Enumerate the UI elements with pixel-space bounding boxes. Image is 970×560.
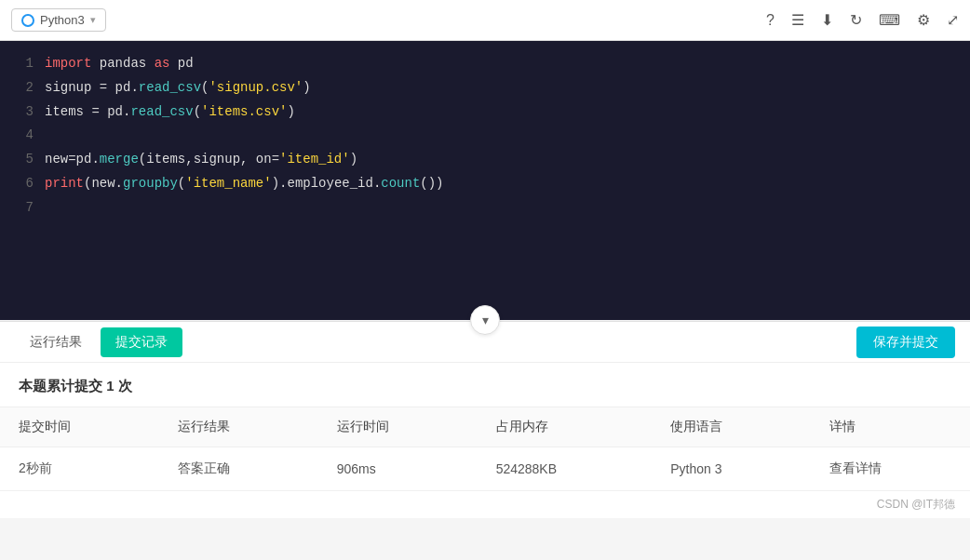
- code-line: 6print(new.groupby('item_name').employee…: [0, 172, 970, 196]
- cell-result: 答案正确: [159, 447, 318, 491]
- results-table: 提交时间运行结果运行时间占用内存使用语言详情 2秒前答案正确906ms52428…: [0, 407, 970, 491]
- line-content: print(new.groupby('item_name').employee_…: [45, 173, 444, 195]
- settings-icon[interactable]: ⚙: [917, 11, 930, 29]
- line-content: items = pd.read_csv('items.csv'): [45, 101, 295, 124]
- chevron-down-icon: ▾: [482, 313, 489, 327]
- code-token: 'item_id': [279, 152, 350, 167]
- code-line: 3items = pd.read_csv('items.csv'): [0, 100, 970, 125]
- tab-run-result[interactable]: 运行结果: [15, 327, 97, 357]
- code-token: ).employee_id.: [272, 176, 382, 191]
- table-header: 运行结果: [159, 407, 318, 447]
- code-token: 'item_name': [185, 176, 271, 191]
- cell-runtime: 906ms: [318, 447, 478, 491]
- help-icon[interactable]: ?: [766, 12, 775, 29]
- refresh-icon[interactable]: ↻: [850, 11, 862, 29]
- code-token: merge: [100, 152, 139, 167]
- code-token: count: [381, 176, 420, 191]
- list-icon[interactable]: ☰: [791, 11, 804, 29]
- code-token: print: [45, 176, 84, 191]
- code-token: groupby: [123, 176, 178, 191]
- expand-icon[interactable]: ⤢: [947, 11, 959, 29]
- download-icon[interactable]: ⬇: [821, 11, 833, 29]
- line-number: 3: [15, 101, 34, 124]
- table-header: 使用语言: [652, 407, 811, 447]
- tab-submit-history[interactable]: 提交记录: [101, 327, 182, 357]
- bottom-panel: 运行结果 提交记录 保存并提交 本题累计提交 1 次 提交时间运行结果运行时间占…: [0, 321, 970, 518]
- line-number: 7: [15, 197, 34, 220]
- collapse-button[interactable]: ▾: [470, 305, 500, 335]
- line-content: new=pd.merge(items,signup, on='item_id'): [45, 149, 357, 171]
- cell-detail[interactable]: 查看详情: [811, 447, 970, 491]
- code-token: read_csv: [130, 104, 193, 119]
- cell-memory: 524288KB: [478, 447, 653, 491]
- code-token: ()): [420, 176, 443, 191]
- line-number: 5: [15, 149, 34, 171]
- line-content: signup = pd.read_csv('signup.csv'): [45, 77, 311, 100]
- line-number: 6: [15, 173, 34, 195]
- save-submit-button[interactable]: 保存并提交: [856, 327, 955, 358]
- line-number: 4: [15, 125, 34, 147]
- code-line: 7: [0, 196, 970, 220]
- line-number: 1: [15, 53, 34, 75]
- code-token: (: [194, 104, 201, 119]
- code-token: (: [178, 176, 185, 191]
- kernel-selector[interactable]: Python3 ▾: [11, 8, 106, 32]
- code-token: signup = pd.: [45, 80, 139, 95]
- code-line: 5new=pd.merge(items,signup, on='item_id'…: [0, 148, 970, 172]
- kernel-chevron-icon: ▾: [90, 14, 96, 26]
- line-content: import pandas as pd: [45, 53, 194, 75]
- code-token: as: [155, 56, 178, 71]
- code-token: pd: [178, 56, 194, 71]
- table-header: 提交时间: [0, 407, 159, 447]
- toolbar-icons: ? ☰ ⬇ ↻ ⌨ ⚙ ⤢: [766, 11, 959, 29]
- table-row: 2秒前答案正确906ms524288KBPython 3查看详情: [0, 447, 970, 491]
- code-token: ): [350, 152, 357, 167]
- line-number: 2: [15, 77, 34, 100]
- submission-summary: 本题累计提交 1 次: [0, 363, 970, 403]
- table-header: 详情: [811, 407, 970, 447]
- footer-text: CSDN @IT邦德: [0, 491, 970, 518]
- code-token: ): [287, 104, 294, 119]
- table-header: 运行时间: [318, 407, 478, 447]
- code-line: 1import pandas as pd: [0, 52, 970, 76]
- keyboard-icon[interactable]: ⌨: [879, 11, 900, 29]
- code-editor[interactable]: 1import pandas as pd2signup = pd.read_cs…: [0, 41, 970, 320]
- kernel-status-icon: [21, 14, 34, 27]
- cell-language: Python 3: [652, 447, 811, 491]
- table-header: 占用内存: [478, 407, 653, 447]
- code-line: 4: [0, 124, 970, 148]
- code-line: 2signup = pd.read_csv('signup.csv'): [0, 76, 970, 100]
- code-token: import: [45, 56, 100, 71]
- code-token: (new.: [84, 176, 123, 191]
- tabs: 运行结果 提交记录: [15, 322, 182, 362]
- code-token: (items,signup, on=: [139, 152, 279, 167]
- code-token: 'signup.csv': [209, 80, 303, 95]
- code-token: new=pd.: [45, 152, 100, 167]
- code-token: items = pd.: [45, 104, 130, 119]
- kernel-label: Python3: [40, 13, 85, 27]
- toolbar: Python3 ▾ ? ☰ ⬇ ↻ ⌨ ⚙ ⤢: [0, 0, 970, 41]
- cell-time: 2秒前: [0, 447, 159, 491]
- code-token: ): [303, 80, 310, 95]
- code-token: pandas: [100, 56, 155, 71]
- code-token: read_csv: [139, 80, 201, 95]
- code-token: 'items.csv': [201, 104, 287, 119]
